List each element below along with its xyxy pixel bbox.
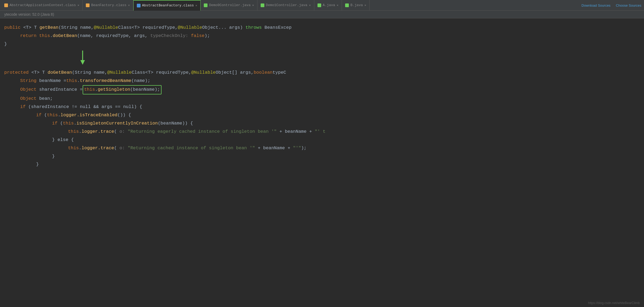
dogetbean-args: (name, requiredType, args, xyxy=(77,32,150,40)
if-condition-2: ( xyxy=(44,111,47,119)
type-generic-2: <T> xyxy=(31,69,40,77)
code-line-15: } xyxy=(4,160,644,169)
dot-3: . xyxy=(95,87,98,92)
string-t: "' t xyxy=(315,128,325,136)
annotation-nullable-1: @Nullable xyxy=(94,24,118,32)
tab-label-4: Demo0Controller.java xyxy=(209,3,251,7)
tab-icon-1 xyxy=(4,3,8,7)
kw-object-2: Object xyxy=(20,95,36,103)
tab-close-6[interactable]: ✕ xyxy=(337,3,338,7)
param-class2: Class<T> requiredType, xyxy=(132,69,191,77)
this-kw-5: this xyxy=(63,120,74,127)
tab-bar: AbstractApplicationContext.class ✕ BeanF… xyxy=(0,0,644,11)
param-object: Object... args) xyxy=(202,24,243,32)
logger-trace: . xyxy=(58,111,61,119)
trace-paren-1: ( xyxy=(114,128,117,136)
this-kw-7: this xyxy=(68,144,79,152)
tab-abstract-bean-factory[interactable]: AbstractBeanFactory.class ✕ xyxy=(133,0,201,11)
plus-1: + xyxy=(279,128,282,136)
var-sharedinstance: sharedInstance = xyxy=(39,86,82,94)
tab-close-3[interactable]: ✕ xyxy=(196,4,197,7)
method-issingleton: isSingletonCurrentlyInCreation xyxy=(77,120,158,127)
tab-close-2[interactable]: ✕ xyxy=(128,3,130,7)
return-type-2: T xyxy=(42,69,45,77)
type-generic-1: <T> xyxy=(23,24,31,32)
green-arrow xyxy=(4,51,644,67)
this-kw-3: this xyxy=(84,87,95,92)
tab-label-5: Demo1Controller.java xyxy=(266,3,307,7)
annotation-nullable-3: @Nullable xyxy=(107,69,132,77)
trace-paren-2: ( xyxy=(114,144,117,152)
tab-icon-5 xyxy=(261,3,264,7)
code-line-13: this.logger.trace( o: "Returning cached … xyxy=(4,144,644,152)
code-line-1: public <T> T getBean(String name, @Nulla… xyxy=(4,24,644,32)
bytecode-version: ytecode version: 52.0 (Java 8) xyxy=(4,12,54,16)
trace-paren: ()) { xyxy=(117,111,131,119)
this-kw-4: this xyxy=(47,111,58,119)
false-val: false xyxy=(191,32,205,40)
code-line-8: if (sharedInstance != null && args == nu… xyxy=(4,103,644,111)
tab-label-3: AbstractBeanFactory.class xyxy=(142,3,194,7)
kw-if-2: if xyxy=(36,111,41,119)
tab-close-1[interactable]: ✕ xyxy=(78,3,79,7)
code-line-3: } xyxy=(4,40,644,48)
string-quote: "'" xyxy=(293,144,301,152)
plus-2: + xyxy=(309,128,312,136)
svg-marker-1 xyxy=(80,60,85,65)
brace-else: } else { xyxy=(52,136,74,144)
kw-string: String xyxy=(20,77,36,85)
code-line-6: Object sharedInstance = this.getSingleto… xyxy=(4,85,644,95)
tbname-args: (name); xyxy=(131,77,150,85)
tab-close-7[interactable]: ✕ xyxy=(365,3,366,7)
exception-class: BeansExcep xyxy=(264,24,291,32)
tab-icon-2 xyxy=(86,3,90,7)
tab-demo0-controller[interactable]: Demo0Controller.java ✕ xyxy=(201,0,257,11)
param-typec: typeC xyxy=(273,69,286,77)
var-beanname: beanName = xyxy=(39,77,66,85)
tab-close-5[interactable]: ✕ xyxy=(309,3,311,7)
param-class: Class<T> requiredType, xyxy=(118,24,178,32)
tab-b-java[interactable]: B.java ✕ xyxy=(342,0,370,11)
code-line-9: if (this.logger.isTraceEnabled()) { xyxy=(4,111,644,119)
tab-close-4[interactable]: ✕ xyxy=(252,3,254,7)
tab-abstract-application-context[interactable]: AbstractApplicationContext.class ✕ xyxy=(1,0,83,11)
code-line-10: if (this.isSingletonCurrentlyInCreation(… xyxy=(4,119,644,128)
tab-icon-4 xyxy=(204,3,207,7)
dot-6: . xyxy=(79,144,82,152)
method-getbean: getBean xyxy=(40,24,58,32)
method-dogetbean: doGetBean xyxy=(48,69,72,77)
method-loggertrace-2: logger.trace xyxy=(82,144,114,152)
plus-4: + xyxy=(287,144,290,152)
highlight-getsingleton: this.getSingleton(beanName); xyxy=(83,85,162,94)
footer-url: https://blog.csdn.net/whiteBearClimb xyxy=(588,301,640,305)
kw-if-3: if xyxy=(52,120,57,127)
annotation-nullable-2: @Nullable xyxy=(178,24,202,32)
tab-bar-actions: Download Sources Choose Sources xyxy=(582,3,641,7)
tab-demo1-controller[interactable]: Demo1Controller.java ✕ xyxy=(257,0,314,11)
choose-sources-link[interactable]: Choose Sources xyxy=(616,3,641,7)
return-type-1: T xyxy=(34,24,37,32)
tab-a-java[interactable]: A.java ✕ xyxy=(314,0,342,11)
kw-return: return xyxy=(20,32,36,40)
download-sources-link[interactable]: Download Sources xyxy=(582,3,611,7)
footer-watermark: https://blog.csdn.net/whiteBearClimb xyxy=(588,301,640,305)
kw-if-1: if xyxy=(20,103,26,111)
hint-o-1: o: xyxy=(120,128,125,136)
tab-bean-factory[interactable]: BeanFactory.class ✕ xyxy=(83,0,133,11)
method-getsingleton: getSingleton xyxy=(98,87,130,92)
paren-close-1: ); xyxy=(205,32,210,40)
code-line-12: } else { xyxy=(4,136,644,144)
code-line-2: return this.doGetBean(name, requiredType… xyxy=(4,32,644,40)
tab-label-7: B.java xyxy=(350,3,363,7)
code-line-4: protected <T> T doGetBean(String name, @… xyxy=(4,69,644,77)
dogetbean-params: (String name, xyxy=(72,69,107,77)
string-eager: "Returning eagerly cached instance of si… xyxy=(128,128,277,136)
kw-public: public xyxy=(4,24,20,32)
method-istrace: logger.isTraceEnabled xyxy=(61,111,117,119)
tab-icon-3 xyxy=(137,4,141,7)
code-area: public <T> T getBean(String name, @Nulla… xyxy=(0,18,644,174)
code-line-11: this.logger.trace( o: "Returning eagerly… xyxy=(4,128,644,136)
if-condition-1: (sharedInstance != null && args == null)… xyxy=(28,103,142,111)
tab-icon-7 xyxy=(345,3,349,7)
beanname-ref-2: beanName xyxy=(263,144,285,152)
